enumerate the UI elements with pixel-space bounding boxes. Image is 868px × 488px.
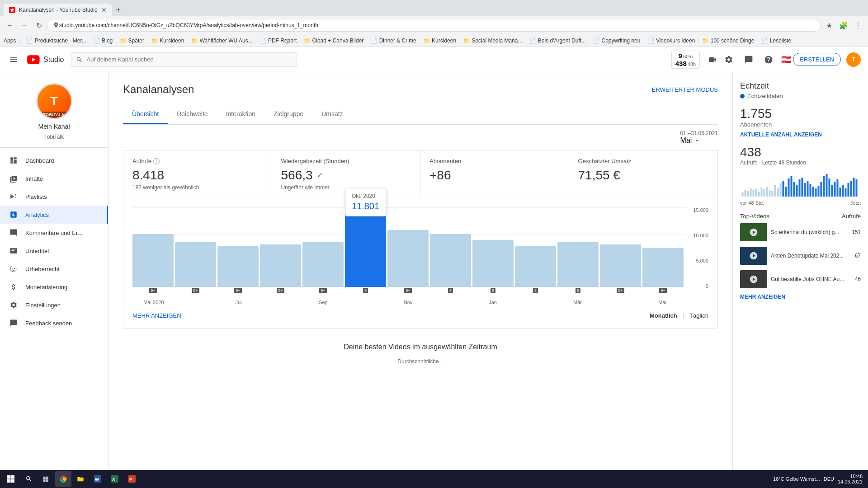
sidebar-item-analytics[interactable]: Analytics (0, 206, 108, 224)
taskbar-explorer[interactable] (72, 471, 89, 487)
windows-start-button[interactable] (2, 471, 20, 487)
extensions-button[interactable]: 🧩 (837, 19, 850, 32)
back-button[interactable]: ← (4, 19, 16, 32)
show-count-btn[interactable]: AKTUELLE ANZAHL ANZEIGEN (740, 131, 861, 138)
bookmark-blog[interactable]: 📄 Blog (92, 37, 114, 45)
active-tab[interactable]: Kanalanalysen - YouTube Studio ✕ (4, 4, 112, 16)
bookmark-star[interactable]: ★ (823, 19, 835, 32)
svg-rect-15 (783, 181, 784, 197)
channel-search[interactable] (71, 52, 297, 67)
sidebar-item-einstellungen[interactable]: Einstellungen (0, 296, 108, 314)
settings-icon-header[interactable] (722, 52, 736, 67)
chart-container: 15.000 10.000 5.000 0 9+ (132, 207, 708, 307)
main-content: Kanalanalysen ERWEITERTER MODUS Übersich… (108, 72, 732, 488)
hamburger-menu[interactable] (7, 53, 20, 66)
taskbar-search[interactable] (21, 471, 37, 487)
sidebar-item-inhalte[interactable]: Inhalte (0, 169, 108, 188)
bar-8[interactable]: 9 (430, 234, 471, 293)
svg-rect-21 (799, 179, 801, 197)
refresh-button[interactable]: ↻ (33, 19, 45, 32)
bar-mai-end[interactable]: 9+ (642, 248, 684, 293)
bar-nov[interactable]: 9+ (387, 230, 429, 293)
taskbar-task-view[interactable] (38, 471, 54, 487)
help-icon[interactable] (761, 52, 776, 67)
top-video-3[interactable]: Gut bezahlte Jobs OHNE Au... 46 (740, 270, 861, 288)
bookmark-kursideen2[interactable]: 📁 Kursideen (422, 37, 458, 45)
svg-rect-36 (840, 188, 841, 197)
chart-area: 15.000 10.000 5.000 0 9+ (123, 198, 718, 328)
tab-reichweite[interactable]: Reichweite (168, 105, 217, 124)
bar-mai2020[interactable]: 9+ (132, 234, 174, 293)
sidebar-item-monetarisierung[interactable]: Monetarisierung (0, 278, 108, 296)
bar-10[interactable]: 8 (515, 246, 556, 293)
user-avatar[interactable]: T (846, 52, 861, 67)
extended-mode-btn[interactable]: ERWEITERTER MODUS (652, 86, 718, 93)
bar-okt-highlighted[interactable]: 9 Okt. 2020 11.801 (345, 214, 386, 293)
bookmark-dinner[interactable]: 📄 Dinner & Crime (369, 37, 418, 45)
messages-icon[interactable] (741, 52, 756, 67)
tab-zielgruppe[interactable]: Zielgruppe (264, 105, 312, 124)
create-button[interactable]: ERSTELLEN (793, 53, 841, 66)
page-title: Kanalanalysen (123, 83, 194, 96)
top-video-1-views: 151 (852, 229, 861, 235)
top-videos-label: Top-Videos (740, 213, 769, 220)
mehr-anzeigen-btn[interactable]: MEHR ANZEIGEN (132, 312, 181, 319)
taskbar-word[interactable]: W (90, 471, 106, 487)
mehr-anzeigen-right-btn[interactable]: MEHR ANZEIGEN (740, 294, 861, 300)
sidebar-item-feedback[interactable]: Feedback senden (0, 314, 108, 332)
sidebar-item-urheberrecht[interactable]: Urheberrecht (0, 260, 108, 278)
svg-rect-30 (823, 176, 825, 197)
svg-text:P: P (129, 477, 132, 482)
weather-temp: 18°C Gelbe Warnst... (773, 476, 820, 482)
tab-ubersicht[interactable]: Übersicht (123, 105, 168, 124)
bookmark-social[interactable]: 📁 Social Media Mana... (462, 37, 524, 45)
bookmark-spater[interactable]: 📁 Später (118, 37, 146, 45)
views-label: Aufrufe · Letzte 48 Stunden (740, 160, 861, 166)
bookmark-wahlfacher[interactable]: 📁 Wahlfächer WU Aus... (189, 37, 254, 45)
top-video-2[interactable]: Aktien Depotupdate Mai 202... 67 (740, 247, 861, 265)
tab-close-button[interactable]: ✕ (101, 6, 107, 14)
taskbar-powerpoint[interactable]: P (124, 471, 140, 487)
sidebar: T TOBITALK Mein Kanal TobiTalk Dashboard… (0, 72, 108, 488)
address-bar[interactable]: studio.youtube.com/channel/UC6N5u-OiGz_u… (47, 19, 821, 32)
svg-rect-42 (856, 179, 858, 197)
feedback-icon (9, 319, 18, 328)
forward-button[interactable]: → (18, 19, 31, 32)
sidebar-item-playlists[interactable]: Playlists (0, 188, 108, 206)
bookmark-100[interactable]: 📁 100 schöne Dinge (700, 37, 756, 45)
bar-sep[interactable]: 9+ (302, 242, 344, 293)
svg-rect-41 (853, 178, 855, 197)
bookmark-copywriting[interactable]: 📄 Copywriting neu (591, 37, 642, 45)
sidebar-item-dashboard[interactable]: Dashboard (0, 151, 108, 169)
bookmark-apps[interactable]: Apps (4, 38, 16, 44)
bar-2[interactable]: 9+ (175, 242, 216, 293)
top-video-1[interactable]: So erkennst du (wirklich) g... 151 (740, 223, 861, 241)
bar-jan[interactable]: 9 (472, 240, 514, 293)
bar-12[interactable]: 9+ (600, 244, 641, 293)
bar-jul[interactable]: 9+ (217, 246, 259, 293)
tab-interaktion[interactable]: Interaktion (217, 105, 264, 124)
taskbar-chrome-browser[interactable] (55, 471, 71, 487)
bookmark-kursideen1[interactable]: 📁 Kursideen (150, 37, 186, 45)
bookmark-cload[interactable]: 📁 Cload + Canva Bilder (302, 37, 365, 45)
more-menu-button[interactable]: ⋮ (852, 19, 864, 32)
search-input[interactable] (87, 56, 292, 63)
bar-mar[interactable]: 9 (557, 242, 599, 293)
monatlich-btn[interactable]: Monatlich (650, 312, 677, 319)
tab-umsatz[interactable]: Umsatz (312, 105, 352, 124)
bookmark-videokurs[interactable]: 📄 Videokurs Ideen (646, 37, 697, 45)
taskbar-excel[interactable]: X (107, 471, 123, 487)
bookmark-leseliste[interactable]: 📄 Leseliste (760, 37, 793, 45)
bookmark-produktsuche[interactable]: 📄 Produktsuche - Mer... (24, 37, 88, 45)
sidebar-item-kommentare[interactable]: Kommentare und Er... (0, 224, 108, 242)
aufrufe-info-icon[interactable]: i (153, 158, 160, 164)
video-icon[interactable] (705, 52, 720, 67)
flag-icon: 🇦🇹 (781, 55, 791, 65)
bar-4[interactable]: 9+ (260, 244, 301, 293)
taglich-btn[interactable]: Täglich (689, 312, 708, 319)
sidebar-item-untertitel[interactable]: Untertitel (0, 242, 108, 260)
new-tab-button[interactable]: + (112, 4, 125, 16)
bookmark-pdf[interactable]: 📄 PDF Report (258, 37, 299, 45)
bookmark-bois[interactable]: 📄 Bois d'Argent Duft... (528, 37, 588, 45)
date-selector[interactable]: 01.–31.05.2021 Mai (680, 130, 718, 145)
